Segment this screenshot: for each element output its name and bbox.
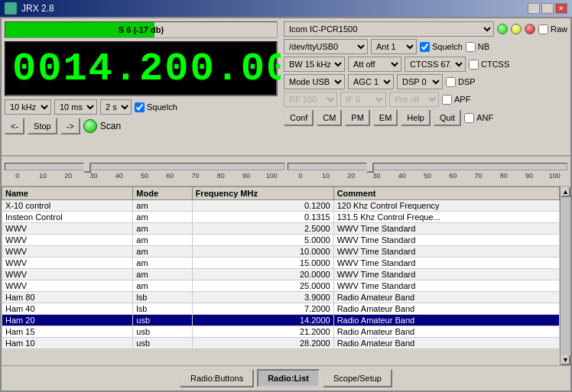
cell-comment: Radio Amateur Band — [333, 303, 559, 315]
pm-button[interactable]: PM — [345, 109, 370, 126]
agc-select[interactable]: AGC 1 — [348, 74, 394, 89]
ruler-right: 0 10 20 30 40 50 60 70 80 90 100 — [288, 172, 567, 180]
squelch2-checkbox-label: Squelch — [420, 42, 463, 52]
top-section: S 6 (-17 db) 0014.200.000 10 kHz 10 ms 2… — [2, 18, 570, 156]
tab-scope-setup[interactable]: Scope/Setup — [323, 369, 392, 387]
slider1-thumb[interactable] — [83, 162, 91, 173]
cell-name: WWV — [2, 280, 133, 292]
cell-name: Ham 15 — [2, 326, 133, 338]
title-bar: JRX 2.8 _ □ ✕ — [0, 0, 572, 17]
main-window: S 6 (-17 db) 0014.200.000 10 kHz 10 ms 2… — [0, 17, 572, 392]
cell-comment: WWV Time Standard — [333, 269, 559, 280]
close-button[interactable]: ✕ — [555, 3, 567, 14]
if-select[interactable]: IF 0 — [340, 92, 386, 107]
radio-row-1: Icom IC-PCR1500 Raw — [284, 21, 567, 37]
sec-select[interactable]: 2 s — [100, 99, 132, 115]
cell-comment: WWV Time Standard — [333, 258, 559, 269]
duration-select[interactable]: 10 ms — [54, 99, 97, 115]
pre-select[interactable]: Pre off — [389, 92, 439, 107]
cell-comment: WWV Time Standard — [333, 235, 559, 246]
table-row[interactable]: WWVam20.0000WWV Time Standard — [2, 269, 560, 280]
table-row[interactable]: WWVam25.0000WWV Time Standard — [2, 280, 560, 292]
ctcss-label: CTCSS — [481, 60, 509, 69]
apf-label: APF — [454, 95, 470, 104]
col-freq: Frequency MHz — [192, 187, 333, 200]
conf-button[interactable]: Conf — [284, 109, 314, 126]
maximize-button[interactable]: □ — [541, 3, 554, 14]
ant-select[interactable]: Ant 1 — [371, 39, 417, 54]
cell-comment: WWV Time Standard — [333, 246, 559, 258]
em-button[interactable]: EM — [373, 109, 398, 126]
cell-mode: usb — [133, 326, 192, 338]
table-row[interactable]: X-10 controlam0.1200120 Khz Control Freq… — [2, 200, 560, 212]
table-row[interactable]: Ham 20usb14.2000Radio Amateur Band — [2, 315, 560, 326]
led-red — [525, 24, 535, 34]
app-icon — [5, 2, 17, 15]
table-row[interactable]: WWVam2.5000WWV Time Standard — [2, 223, 560, 235]
apf-checkbox-label: APF — [442, 95, 470, 105]
dsp-checkbox[interactable] — [446, 77, 456, 87]
mode-select[interactable]: Mode USB — [284, 74, 345, 89]
cell-freq: 10.0000 — [192, 246, 333, 258]
scrollbar[interactable]: ▲ ▼ — [560, 186, 570, 365]
cell-comment: Radio Amateur Band — [333, 326, 559, 338]
cell-comment: Radio Amateur Band — [333, 292, 559, 303]
ctcss-checkbox[interactable] — [469, 60, 479, 70]
quit-button[interactable]: Quit — [434, 109, 461, 126]
raw-checkbox[interactable] — [538, 24, 548, 34]
bw-select[interactable]: BW 15 kHz — [284, 57, 345, 72]
ctcss-select[interactable]: CTCSS 67.0 — [405, 57, 466, 72]
dsp-select[interactable]: DSP 0 — [397, 74, 443, 89]
table-row[interactable]: Ham 15usb21.2000Radio Amateur Band — [2, 326, 560, 338]
radio-row-3: BW 15 kHz Att off CTCSS 67.0 CTCSS — [284, 57, 567, 72]
tab-radio-list[interactable]: Radio:List — [257, 369, 320, 387]
table-row[interactable]: WWVam15.0000WWV Time Standard — [2, 258, 560, 269]
cell-name: Insteon Control — [2, 212, 133, 223]
radio-row-5: RF 100 IF 0 Pre off APF — [284, 92, 567, 107]
step-select[interactable]: 10 kHz — [5, 99, 51, 115]
controls-row-1: 10 kHz 10 ms 2 s Squelch — [5, 99, 278, 115]
squelch2-label: Squelch — [432, 42, 463, 51]
stop-button[interactable]: Stop — [28, 118, 57, 134]
squelch2-checkbox[interactable] — [420, 42, 430, 52]
apf-checkbox[interactable] — [442, 95, 452, 105]
fwd-button[interactable]: -> — [60, 118, 80, 134]
rf-select[interactable]: RF 100 — [284, 92, 337, 107]
scroll-down-button[interactable]: ▼ — [561, 355, 570, 365]
scroll-up-button[interactable]: ▲ — [561, 186, 570, 197]
anf-label: ANF — [476, 113, 493, 122]
device-select[interactable]: Icom IC-PCR1500 — [284, 21, 494, 37]
back-button[interactable]: <- — [5, 118, 24, 134]
cell-mode: am — [133, 269, 192, 280]
table-row[interactable]: Insteon Controlam0.1315131.5 Khz Control… — [2, 212, 560, 223]
ruler-left: 0 10 20 30 40 50 60 70 80 90 100 — [5, 172, 284, 180]
tab-radio-buttons[interactable]: Radio:Buttons — [180, 369, 254, 387]
radio-row-4: Mode USB AGC 1 DSP 0 DSP — [284, 74, 567, 89]
table-row[interactable]: WWVam10.0000WWV Time Standard — [2, 246, 560, 258]
col-comment: Comment — [333, 187, 559, 200]
table-row[interactable]: Ham 10usb28.2000Radio Amateur Band — [2, 338, 560, 349]
anf-checkbox[interactable] — [464, 113, 474, 123]
cell-mode: am — [133, 212, 192, 223]
cell-freq: 25.0000 — [192, 280, 333, 292]
ctcss-checkbox-label: CTCSS — [469, 60, 509, 70]
cell-mode: am — [133, 280, 192, 292]
slider2-thumb[interactable] — [366, 162, 374, 173]
table-wrapper[interactable]: Name Mode Frequency MHz Comment X-10 con… — [2, 186, 560, 365]
cell-name: Ham 10 — [2, 338, 133, 349]
port-select[interactable]: /dev/ttyUSB0 — [284, 39, 368, 54]
table-row[interactable]: Ham 40lsb7.2000Radio Amateur Band — [2, 303, 560, 315]
help-button[interactable]: Help — [401, 109, 431, 126]
minimize-button[interactable]: _ — [528, 3, 540, 14]
table-row[interactable]: WWVam5.0000WWV Time Standard — [2, 235, 560, 246]
cell-freq: 20.0000 — [192, 269, 333, 280]
cell-name: Ham 20 — [2, 315, 133, 326]
nb-checkbox[interactable] — [466, 42, 476, 52]
squelch-checkbox[interactable] — [135, 102, 145, 112]
col-name: Name — [2, 187, 133, 200]
table-row[interactable]: Ham 80lsb3.9000Radio Amateur Band — [2, 292, 560, 303]
cm-button[interactable]: CM — [317, 109, 342, 126]
cell-mode: lsb — [133, 292, 192, 303]
att-select[interactable]: Att off — [348, 57, 401, 72]
cell-freq: 7.2000 — [192, 303, 333, 315]
